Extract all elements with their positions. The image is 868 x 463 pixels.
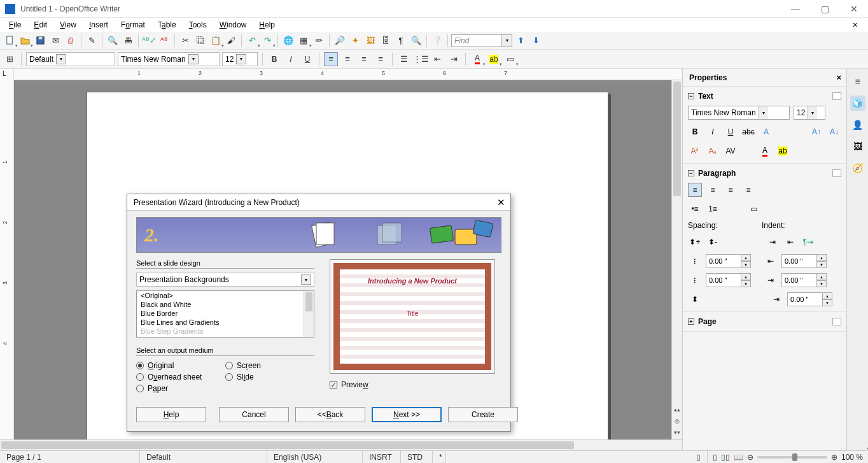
indent-left-input[interactable]: ▲▼ [781,254,827,268]
more-icon[interactable] [832,318,841,325]
more-icon[interactable] [832,169,841,177]
font-name-combo[interactable]: Times New Roman▾ [118,52,220,66]
zoom-button[interactable]: 🔍 [409,34,423,48]
menu-format[interactable]: Format [116,19,150,31]
show-draw-button[interactable]: ✏ [312,34,326,48]
highlight-button[interactable]: ab [487,52,501,66]
below-spacing-input[interactable]: ▲▼ [706,273,751,287]
superscript-icon[interactable]: Aᵃ [688,144,702,158]
sidebar-tab-gallery[interactable]: 🖼 [850,139,865,154]
bg-color-icon[interactable]: ▭ [746,202,760,216]
italic-button[interactable]: I [284,52,298,66]
help-button[interactable]: Help [136,407,206,422]
email-button[interactable]: ✉ [48,34,62,48]
gallery-button[interactable]: 🖼 [363,34,377,48]
background-color-button[interactable]: ▭ [503,52,517,66]
view-single-icon[interactable]: ▯ [713,453,717,462]
status-outline-icon[interactable]: ▯ [690,451,708,463]
undo-button[interactable]: ↶ [245,34,259,48]
subscript-icon[interactable]: Aₐ [706,144,720,158]
list-item[interactable]: Black and White [137,300,314,309]
auto-spellcheck-button[interactable]: ᴬᴮ [157,34,171,48]
status-lang[interactable]: English (USA) [267,451,363,463]
menu-view[interactable]: View [55,19,81,31]
format-paintbrush-button[interactable]: 🖌 [224,34,238,48]
menu-window[interactable]: Window [214,19,252,31]
print-preview-button[interactable]: 🔍 [106,34,120,48]
list-item[interactable]: Blue Lines and Gradients [137,318,314,327]
save-button[interactable] [33,34,47,48]
radio-overhead[interactable]: Overhead sheet [136,371,225,383]
font-color-button[interactable]: A [470,52,484,66]
status-insrt[interactable]: INSRT [363,451,401,463]
horizontal-scrollbar[interactable] [0,439,682,450]
indent-right-input[interactable]: ▲▼ [781,273,827,287]
scrollbar-thumb[interactable] [673,82,681,196]
ruler-tab-indicator[interactable]: L [3,70,6,77]
find-input[interactable]: Find [451,34,502,47]
preview-checkbox[interactable]: ✓Preview [330,379,501,390]
zoom-slider[interactable] [757,456,827,459]
radio-paper[interactable]: Paper [136,383,225,394]
zoom-in-icon[interactable]: ⊕ [831,453,837,462]
menu-file[interactable]: File [4,19,26,31]
underline-icon[interactable]: U [724,125,738,139]
horizontal-ruler[interactable]: 1 2 3 4 5 6 7 [14,69,682,80]
status-style[interactable]: Default [140,451,267,463]
sidebar-tab-menu[interactable]: ≡ [850,74,865,89]
zoom-value[interactable]: 100 % [841,453,863,462]
cancel-button[interactable]: Cancel [219,407,289,422]
paste-button[interactable]: 📋 [209,34,223,48]
underline-button[interactable]: U [300,52,314,66]
bold-button[interactable]: B [267,52,281,66]
nav-icon[interactable]: ◎ [672,416,682,426]
minimize-button[interactable]: — [787,4,804,14]
increase-indent-button[interactable]: ⇥ [447,52,461,66]
find-dropdown[interactable]: ▾ [502,34,512,47]
menu-insert[interactable]: Insert [84,19,113,31]
styles-button[interactable]: ⊞ [3,52,17,66]
inc-spacing-icon[interactable]: ⬍+ [688,235,702,249]
dec-spacing-icon[interactable]: ⬍- [706,235,720,249]
sidebar-tab-styles[interactable]: 👤 [850,117,865,132]
align-right-button[interactable]: ≡ [357,52,371,66]
more-icon[interactable] [832,92,841,100]
create-button[interactable]: Create [448,407,518,422]
hyperlink-button[interactable]: 🌐 [281,34,295,48]
grow-font-icon[interactable]: A↑ [809,125,823,139]
status-std[interactable]: STD [401,451,433,463]
dialog-title-bar[interactable]: Presentation Wizard (Introducing a New P… [127,194,510,211]
vertical-scrollbar[interactable]: ▴▴ ◎ ▾▾ [671,80,682,450]
align-justify-icon[interactable]: ≡ [741,183,755,197]
print-button[interactable]: 🖶 [121,34,135,48]
dialog-close-button[interactable]: ✕ [497,197,505,208]
sidebar-font-combo[interactable]: Times New Roman▾ [688,106,790,120]
menu-help[interactable]: Help [254,19,280,31]
font-color-icon[interactable]: A [758,144,772,158]
find-prev-button[interactable]: ⬆ [514,34,528,48]
view-multi-icon[interactable]: ▯▯ [721,453,730,462]
sidebar-tab-properties[interactable]: 🧊 [850,96,865,111]
align-left-icon[interactable]: ≡ [688,183,702,197]
menu-table[interactable]: Table [153,19,181,31]
cut-button[interactable]: ✂ [178,34,192,48]
highlight-icon[interactable]: ab [776,144,790,158]
spellcheck-button[interactable]: ᴬᴮ✓ [142,34,156,48]
paragraph-style-combo[interactable]: Default▾ [26,52,115,66]
decrease-indent-button[interactable]: ⇤ [430,52,444,66]
menu-tools[interactable]: Tools [184,19,212,31]
next-button[interactable]: Next >> [372,407,442,422]
hanging-indent-icon[interactable]: ¶⇥ [801,235,815,249]
close-panel-button[interactable]: × [836,73,841,82]
radio-slide[interactable]: Slide [225,371,261,383]
sidebar-tab-navigator[interactable]: 🧭 [850,160,865,176]
shadow-icon[interactable]: A [759,125,773,139]
list-item[interactable]: Blue Step Gradients [137,327,314,336]
new-button[interactable] [3,34,17,48]
close-document-button[interactable]: × [848,18,863,31]
status-sel[interactable]: * [433,451,446,463]
text-section-header[interactable]: −Text [688,89,841,103]
nonprinting-button[interactable]: ¶ [394,34,408,48]
inc-indent-icon[interactable]: ⇥ [766,235,780,249]
align-justify-button[interactable]: ≡ [374,52,388,66]
